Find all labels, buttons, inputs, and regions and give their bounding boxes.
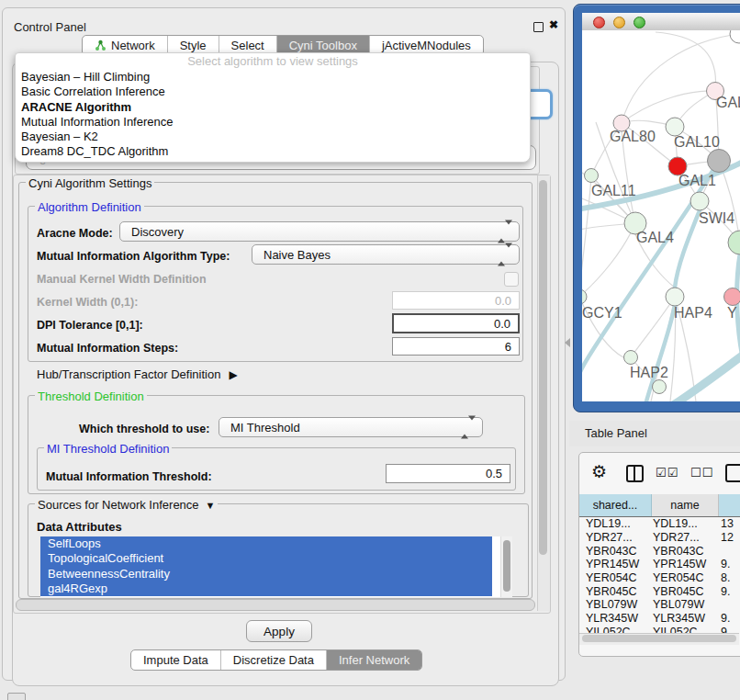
table-row[interactable]: YIL052CYIL052C9. — [579, 626, 740, 634]
network-node[interactable] — [582, 289, 587, 304]
network-window-titlebar[interactable] — [582, 13, 740, 31]
table-panel-title: Table Panel — [569, 421, 740, 446]
network-node[interactable] — [666, 118, 684, 136]
node-label: GAL4 — [636, 230, 674, 245]
algorithm-definition-title: Algorithm Definition — [35, 200, 144, 214]
tab-discretize-data[interactable]: Discretize Data — [221, 650, 327, 670]
gear-icon[interactable]: ⚙ — [591, 461, 607, 482]
hub-tf-definition-expander[interactable]: Hub/Transcription Factor Definition ▶ — [37, 367, 238, 381]
list-scrollbar-thumb[interactable] — [503, 540, 510, 592]
dropdown-item[interactable]: Basic Correlation Inference — [16, 85, 530, 99]
which-threshold-combobox[interactable]: MI Threshold — [219, 417, 483, 437]
apply-button[interactable]: Apply — [246, 620, 312, 642]
aracne-mode-label: Aracne Mode: — [37, 227, 113, 240]
aracne-mode-combobox[interactable]: Discovery — [119, 221, 520, 242]
network-tab-icon — [95, 40, 107, 51]
column-header-name[interactable]: name — [652, 494, 719, 516]
network-node[interactable] — [624, 351, 638, 365]
node-label: GAL80 — [610, 129, 656, 144]
node-label: GAL1 — [678, 173, 716, 188]
network-node[interactable] — [666, 288, 684, 306]
dropdown-item[interactable]: Mutual Information Inference — [16, 115, 530, 130]
node-label: GAL10 — [674, 134, 720, 150]
minimize-traffic-light[interactable] — [613, 17, 625, 28]
float-window-icon[interactable] — [533, 22, 544, 32]
mi-threshold-field[interactable]: 0.5 — [386, 464, 510, 483]
tab-infer-network[interactable]: Infer Network — [327, 650, 421, 670]
dpi-tolerance-field[interactable]: 0.0 — [392, 313, 520, 333]
which-threshold-label: Which threshold to use: — [79, 423, 209, 435]
attribute-item-selected[interactable]: BetweennessCentrality — [40, 567, 492, 581]
stepper-arrows-icon — [461, 421, 476, 435]
tab-network-label: Network — [111, 39, 155, 52]
zoom-traffic-light[interactable] — [633, 17, 645, 28]
dropdown-item[interactable]: Dream8 DC_TDC Algorithm — [16, 144, 530, 159]
node-label: HAP2 — [630, 365, 668, 380]
bottom-tabbar: Impute Data Discretize Data Infer Networ… — [130, 649, 422, 671]
attribute-item-selected[interactable]: TopologicalCoefficient — [40, 551, 492, 566]
table-row[interactable]: YBR043CYBR043C — [579, 544, 740, 558]
mi-algorithm-type-value: Naive Bayes — [263, 248, 331, 262]
table-row[interactable]: YBR045CYBR045C9. — [579, 584, 740, 598]
control-panel-title: Control Panel — [14, 20, 86, 34]
column-header-partial[interactable] — [719, 494, 740, 516]
tab-impute-data[interactable]: Impute Data — [131, 650, 221, 670]
mi-algorithm-type-combobox[interactable]: Naive Bayes — [252, 244, 520, 265]
threshold-definition-title: Threshold Definition — [35, 390, 147, 403]
kernel-width-field: 0.0 — [392, 291, 520, 310]
manual-kernel-width-checkbox — [504, 272, 519, 287]
checked-boxes-icon[interactable]: ☑☑ — [656, 466, 678, 480]
table-hscrollbar-thumb[interactable] — [582, 635, 736, 642]
data-attributes-label: Data Attributes — [37, 520, 122, 534]
dropdown-item[interactable]: Bayesian – K2 — [16, 130, 530, 144]
splitter-collapse-icon[interactable] — [565, 338, 570, 347]
collapse-arrow-icon: ▼ — [206, 500, 216, 511]
table-row[interactable]: YLR345WYLR345W9. — [579, 612, 740, 626]
mi-steps-field[interactable]: 6 — [392, 337, 520, 356]
settings-hscrollbar-thumb[interactable] — [16, 599, 535, 611]
which-threshold-value: MI Threshold — [230, 421, 300, 435]
list-scrollbar — [500, 536, 512, 597]
network-node-labels: GAL GAL80 GAL10 GAL1 SWI4 GAL11 GAL4 GCY… — [582, 95, 740, 380]
network-node[interactable] — [690, 192, 709, 210]
cyni-algorithm-settings-title: Cyni Algorithm Settings — [26, 176, 154, 190]
network-node[interactable] — [708, 150, 731, 173]
attribute-item-selected[interactable]: gal4RGexp — [40, 581, 492, 596]
stepper-arrows-icon — [498, 225, 512, 239]
network-node[interactable] — [728, 231, 740, 254]
dropdown-placeholder: Select algorithm to view settings — [16, 54, 530, 70]
unchecked-boxes-icon[interactable]: ☐☐ — [690, 466, 713, 480]
table-row[interactable]: YBL079WYBL079W — [579, 598, 740, 612]
table-file-icon[interactable] — [725, 464, 740, 482]
network-node[interactable] — [724, 288, 740, 306]
table-row[interactable]: YDR27...YDR27...12 — [579, 531, 740, 545]
settings-vscrollbar-thumb[interactable] — [539, 180, 547, 555]
expand-arrow-icon: ▶ — [229, 368, 237, 381]
network-node[interactable] — [653, 380, 667, 394]
dpi-tolerance-label: DPI Tolerance [0,1]: — [37, 319, 143, 332]
aracne-mode-value: Discovery — [131, 225, 184, 239]
node-label: GAL — [716, 95, 740, 110]
attribute-item-selected[interactable]: SelfLoops — [40, 536, 492, 551]
table-row[interactable]: YER054CYER054C8. — [579, 571, 740, 585]
table-header-row: shared... name — [579, 494, 740, 517]
close-traffic-light[interactable] — [593, 17, 605, 28]
table-row[interactable]: YPR145WYPR145W9. — [579, 558, 740, 571]
network-node[interactable] — [585, 169, 599, 183]
node-label: SWI4 — [699, 210, 734, 226]
column-header-shared-name[interactable]: shared... — [579, 494, 652, 516]
hub-tf-definition-label: Hub/Transcription Factor Definition — [37, 367, 220, 381]
sources-expander[interactable]: Sources for Network Inference ▼ — [35, 498, 218, 512]
screen: Control Panel ✖ Network Style Select Cyn… — [0, 0, 740, 700]
stepper-arrows-icon — [498, 248, 512, 262]
network-canvas[interactable]: GAL GAL80 GAL10 GAL1 SWI4 GAL11 GAL4 GCY… — [582, 30, 740, 401]
mini-corner-button[interactable] — [7, 693, 26, 700]
network-node[interactable] — [730, 30, 740, 43]
split-columns-icon[interactable] — [626, 465, 644, 482]
node-label: Y — [727, 305, 737, 321]
dropdown-item[interactable]: Bayesian – Hill Climbing — [16, 70, 530, 85]
dropdown-item-selected[interactable]: ARACNE Algorithm — [16, 100, 530, 115]
close-icon[interactable]: ✖ — [549, 18, 558, 31]
node-label: GAL11 — [591, 183, 636, 198]
table-row[interactable]: YDL19...YDL19...13 — [579, 517, 740, 531]
